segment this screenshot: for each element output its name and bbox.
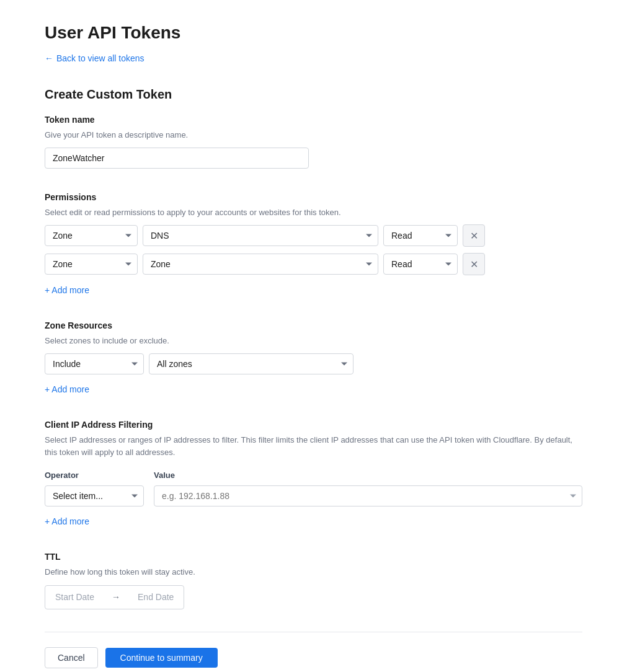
create-section-title: Create Custom Token bbox=[45, 85, 582, 104]
page-title: User API Tokens bbox=[45, 20, 582, 46]
create-token-section: Create Custom Token Token name Give your… bbox=[45, 85, 582, 609]
zone-value-wrapper: All zones Specific zone bbox=[149, 353, 354, 374]
close-icon-1: ✕ bbox=[470, 230, 478, 242]
zone-resources-hint: Select zones to include or exclude. bbox=[45, 335, 582, 347]
operator-label: Operator bbox=[45, 469, 144, 482]
cancel-button[interactable]: Cancel bbox=[45, 647, 98, 668]
token-name-input[interactable] bbox=[45, 148, 309, 169]
footer-divider bbox=[45, 632, 582, 632]
operator-select[interactable]: Select item... Is in Is not in bbox=[45, 485, 144, 506]
zone-resources-add-more[interactable]: + Add more bbox=[45, 383, 89, 396]
token-name-hint: Give your API token a descriptive name. bbox=[45, 129, 582, 141]
perm-level-select-1[interactable]: Read Edit bbox=[383, 225, 458, 246]
operator-col: Operator Select item... Is in Is not in bbox=[45, 469, 144, 506]
perm-resource-select-1[interactable]: DNS Zone Cache Rules Firewall bbox=[143, 225, 378, 246]
perm-resource-wrapper-1: DNS Zone Cache Rules Firewall bbox=[143, 225, 378, 246]
token-name-field: Token name Give your API token a descrip… bbox=[45, 113, 582, 169]
continue-button[interactable]: Continue to summary bbox=[105, 648, 218, 668]
perm-type-wrapper-2: Zone Account bbox=[45, 254, 138, 275]
ttl-hint: Define how long this token will stay act… bbox=[45, 566, 582, 578]
permissions-section: Permissions Select edit or read permissi… bbox=[45, 191, 582, 298]
perm-resource-select-2[interactable]: Zone DNS Cache Rules Firewall bbox=[143, 254, 378, 275]
zone-resources-label: Zone Resources bbox=[45, 319, 582, 332]
operator-wrapper: Select item... Is in Is not in bbox=[45, 485, 144, 506]
ip-filtering-label: Client IP Address Filtering bbox=[45, 418, 582, 431]
ttl-section: TTL Define how long this token will stay… bbox=[45, 550, 582, 610]
arrow-left-icon: ← bbox=[45, 52, 53, 65]
perm-level-select-2[interactable]: Read Edit bbox=[383, 254, 458, 275]
perm-level-wrapper-1: Read Edit bbox=[383, 225, 458, 246]
remove-permission-2[interactable]: ✕ bbox=[463, 253, 485, 275]
ttl-label: TTL bbox=[45, 550, 582, 564]
ttl-end-label: End Date bbox=[128, 586, 184, 609]
value-label: Value bbox=[154, 469, 582, 482]
permissions-hint: Select edit or read permissions to apply… bbox=[45, 206, 582, 219]
footer-actions: Cancel Continue to summary bbox=[45, 647, 582, 668]
value-col: Value bbox=[154, 469, 582, 506]
ip-filtering-section: Client IP Address Filtering Select IP ad… bbox=[45, 418, 582, 528]
zone-resources-section: Zone Resources Select zones to include o… bbox=[45, 319, 582, 396]
back-link[interactable]: ← Back to view all tokens bbox=[45, 52, 145, 65]
permissions-label: Permissions bbox=[45, 191, 582, 204]
zone-type-wrapper: Include Exclude bbox=[45, 353, 144, 374]
ip-filter-add-more[interactable]: + Add more bbox=[45, 515, 89, 528]
zone-resource-row-1: Include Exclude All zones Specific zone bbox=[45, 353, 582, 374]
perm-level-wrapper-2: Read Edit bbox=[383, 254, 458, 275]
perm-type-select-1[interactable]: Zone Account bbox=[45, 225, 138, 246]
ip-filtering-hint: Select IP addresses or ranges of IP addr… bbox=[45, 434, 582, 460]
permission-row-1: Zone Account DNS Zone Cache Rules Firewa… bbox=[45, 224, 582, 247]
permission-row-2: Zone Account Zone DNS Cache Rules Firewa… bbox=[45, 253, 582, 275]
ip-value-wrapper bbox=[154, 485, 582, 506]
remove-permission-1[interactable]: ✕ bbox=[463, 224, 485, 247]
permissions-add-more[interactable]: + Add more bbox=[45, 284, 89, 297]
perm-type-select-2[interactable]: Zone Account bbox=[45, 254, 138, 275]
zone-value-select[interactable]: All zones Specific zone bbox=[149, 353, 354, 374]
close-icon-2: ✕ bbox=[470, 259, 478, 270]
perm-resource-wrapper-2: Zone DNS Cache Rules Firewall bbox=[143, 254, 378, 275]
zone-type-select[interactable]: Include Exclude bbox=[45, 353, 144, 374]
ttl-range-picker[interactable]: Start Date → End Date bbox=[45, 585, 184, 609]
ttl-start-label: Start Date bbox=[45, 586, 104, 609]
ttl-arrow-icon: → bbox=[104, 586, 128, 609]
perm-type-wrapper-1: Zone Account bbox=[45, 225, 138, 246]
token-name-label: Token name bbox=[45, 113, 582, 126]
ip-value-input[interactable] bbox=[154, 485, 582, 506]
ip-filter-row: Operator Select item... Is in Is not in … bbox=[45, 469, 582, 506]
